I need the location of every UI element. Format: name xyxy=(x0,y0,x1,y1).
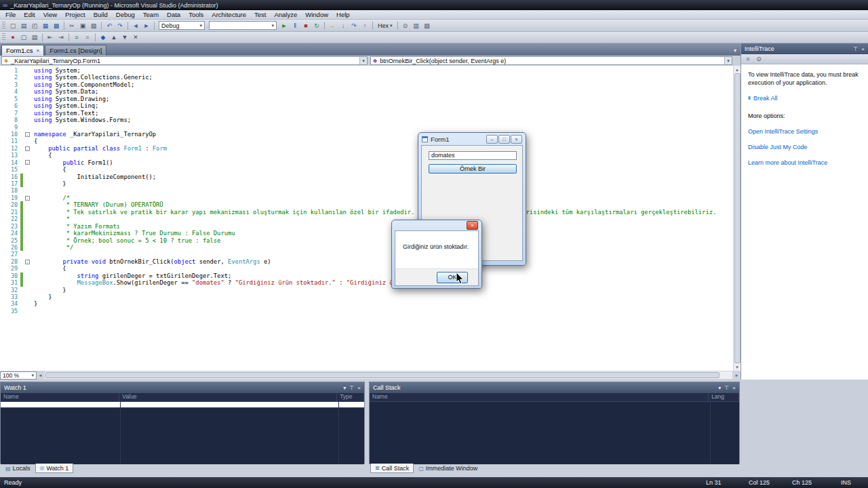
column-header-name[interactable]: Name xyxy=(1,393,119,401)
next-bookmark-icon[interactable]: ▼ xyxy=(119,33,130,43)
restart-icon[interactable]: ↻ xyxy=(311,20,322,30)
undo-icon[interactable]: ↶ xyxy=(104,20,115,30)
scroll-right-icon[interactable]: ► xyxy=(733,371,741,379)
immediate-window-icon[interactable]: ▢ xyxy=(18,33,29,43)
uncomment-selection-icon[interactable]: ≡ xyxy=(82,33,93,43)
close-icon[interactable]: × xyxy=(37,47,40,54)
save-icon[interactable]: ▦ xyxy=(40,20,51,30)
menu-item-file[interactable]: File xyxy=(1,10,20,19)
fold-collapse-icon[interactable]: - xyxy=(23,195,31,201)
stop-debugging-icon[interactable]: ■ xyxy=(300,20,311,30)
tab-form1-cs[interactable]: Form1.cs × xyxy=(1,45,44,56)
close-icon[interactable]: × xyxy=(861,46,865,52)
navigate-backward-icon[interactable]: ◄ xyxy=(130,20,141,30)
title-bar[interactable]: ∞ _KararYapilari_TernaryOp (Running) - M… xyxy=(0,0,868,10)
scroll-left-icon[interactable]: ◄ xyxy=(37,371,44,379)
menu-item-debug[interactable]: Debug xyxy=(112,10,139,19)
active-files-dropdown-icon[interactable]: ▾ xyxy=(734,47,741,56)
form1-title-bar[interactable]: Form1 – □ × xyxy=(421,133,523,145)
call-stack-grid[interactable] xyxy=(370,402,739,464)
tab-call-stack[interactable]: ≣ Call Stack xyxy=(370,464,414,473)
paste-icon[interactable]: ▧ xyxy=(88,20,99,30)
toggle-bookmark-icon[interactable]: ◆ xyxy=(98,33,108,43)
open-file-icon[interactable]: ◰ xyxy=(29,20,40,30)
menu-item-tools[interactable]: Tools xyxy=(184,10,208,19)
menu-item-edit[interactable]: Edit xyxy=(20,10,39,19)
pin-icon[interactable]: ⊤ xyxy=(724,385,729,391)
redo-icon[interactable]: ↷ xyxy=(115,20,125,30)
close-button[interactable]: × xyxy=(511,135,522,144)
intellitrace-title-bar[interactable]: IntelliTrace ⊤ × xyxy=(741,43,868,54)
menu-item-analyze[interactable]: Analyze xyxy=(270,10,301,19)
cut-icon[interactable]: ✂ xyxy=(66,20,77,30)
find-icon[interactable]: ⊙ xyxy=(400,20,411,30)
comment-selection-icon[interactable]: ≡ xyxy=(71,33,82,43)
code-editor[interactable]: 1using System;2using System.Collections.… xyxy=(0,66,741,371)
disable-just-my-code-link[interactable]: Disable Just My Code xyxy=(748,143,861,151)
girilen-deger-textbox[interactable]: domates xyxy=(429,151,517,160)
solution-configurations-dropdown[interactable]: Debug ▾ xyxy=(159,21,205,30)
tab-locals[interactable]: ▤ Locals xyxy=(1,464,35,473)
watch-grid[interactable] xyxy=(1,402,364,464)
menu-item-project[interactable]: Project xyxy=(61,10,90,19)
hex-display-button[interactable]: Hex ▾ xyxy=(375,20,395,30)
properties-window-icon[interactable]: ▨ xyxy=(422,20,433,30)
tab-watch-1[interactable]: ◎ Watch 1 xyxy=(35,464,74,473)
fold-collapse-icon[interactable]: - xyxy=(23,131,31,138)
call-stack-title-bar[interactable]: Call Stack ▾ ⊤ × xyxy=(370,382,739,393)
pin-icon[interactable]: ⊤ xyxy=(349,385,354,391)
tab-form1-cs-design[interactable]: Form1.cs [Design] xyxy=(45,45,106,56)
fold-collapse-icon[interactable]: - xyxy=(23,258,31,265)
break-all-link[interactable]: ‖ Break All xyxy=(748,94,861,102)
find-combo[interactable]: ▾ xyxy=(209,21,277,30)
pin-icon[interactable]: ⊤ xyxy=(853,46,858,52)
breakpoints-window-icon[interactable]: ● xyxy=(7,33,18,43)
ornek-bir-button[interactable]: Örnek Bir xyxy=(429,164,517,174)
members-dropdown[interactable]: ◆ btnOrnekBir_Click(object sender, Event… xyxy=(370,56,732,65)
output-window-icon[interactable]: ▤ xyxy=(29,33,40,43)
add-item-icon[interactable]: ▤ xyxy=(18,20,29,30)
window-position-icon[interactable]: ▾ xyxy=(718,385,721,391)
column-header-name[interactable]: Name xyxy=(370,393,709,401)
step-over-icon[interactable]: ↷ xyxy=(349,20,359,30)
decrease-indent-icon[interactable]: ⇤ xyxy=(45,33,56,43)
column-header-lang[interactable]: Lang xyxy=(709,393,739,401)
close-button[interactable]: × xyxy=(467,221,478,230)
break-all-icon[interactable]: ‖ xyxy=(290,20,300,30)
learn-more-intellitrace-link[interactable]: Learn more about IntelliTrace xyxy=(748,159,861,167)
menu-item-view[interactable]: View xyxy=(39,10,61,19)
step-out-icon[interactable]: ↑ xyxy=(359,20,370,30)
find-input[interactable] xyxy=(212,22,266,29)
menu-item-window[interactable]: Window xyxy=(301,10,332,19)
watch-title-bar[interactable]: Watch 1 ▾ ⊤ × xyxy=(1,382,364,393)
tab-immediate-window[interactable]: ▢ Immediate Window xyxy=(414,464,481,473)
step-into-icon[interactable]: ↓ xyxy=(338,20,349,30)
menu-item-team[interactable]: Team xyxy=(139,10,163,19)
menu-item-architecture[interactable]: Architecture xyxy=(208,10,250,19)
menu-item-help[interactable]: Help xyxy=(332,10,354,19)
scrollbar-thumb[interactable] xyxy=(734,73,741,363)
continue-icon[interactable]: ► xyxy=(279,20,290,30)
column-header-type[interactable]: Type xyxy=(337,393,364,401)
open-intellitrace-settings-link[interactable]: Open IntelliTrace Settings xyxy=(748,127,861,136)
solution-explorer-icon[interactable]: ▥ xyxy=(411,20,422,30)
close-icon[interactable]: × xyxy=(732,385,736,391)
vertical-scrollbar[interactable]: ▲ ▼ xyxy=(733,66,741,371)
navigate-forward-icon[interactable]: ► xyxy=(141,20,152,30)
menu-item-data[interactable]: Data xyxy=(163,10,184,19)
clear-bookmarks-icon[interactable]: ✕ xyxy=(130,33,141,43)
watch-empty-row[interactable] xyxy=(1,402,364,408)
menu-item-build[interactable]: Build xyxy=(90,10,112,19)
scrollbar-thumb[interactable] xyxy=(45,372,719,378)
message-box[interactable]: × Girdiğiniz ürün stoktadır. OK xyxy=(391,220,482,289)
close-icon[interactable]: × xyxy=(357,385,361,391)
save-all-icon[interactable]: ▩ xyxy=(51,20,62,30)
increase-indent-icon[interactable]: ⇥ xyxy=(56,33,66,43)
menu-item-test[interactable]: Test xyxy=(250,10,270,19)
message-box-title-bar[interactable]: × xyxy=(395,220,479,230)
zoom-dropdown[interactable]: 100 % ▾ xyxy=(0,371,37,380)
types-dropdown[interactable]: ◈ _KararYapilari_TernaryOp.Form1 ▾ xyxy=(1,56,368,65)
previous-bookmark-icon[interactable]: ▲ xyxy=(108,33,119,43)
column-header-value[interactable]: Value xyxy=(119,393,337,401)
new-item-icon[interactable]: ▢ xyxy=(7,20,18,30)
